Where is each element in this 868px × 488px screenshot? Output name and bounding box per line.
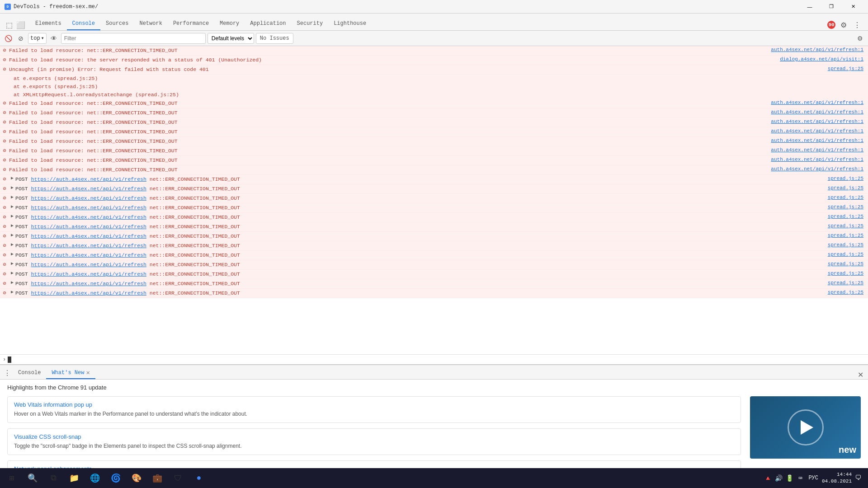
- entry-source[interactable]: spread.js:25: [828, 251, 868, 257]
- settings-button[interactable]: ⚙: [838, 19, 849, 30]
- article-title[interactable]: Web Vitals information pop up: [14, 401, 734, 408]
- entry-text: Failed to load resource: net::ERR_CONNEC…: [9, 156, 771, 164]
- post-url[interactable]: https://auth.a4sex.net/api/v1/refresh: [31, 205, 146, 211]
- post-url[interactable]: https://auth.a4sex.net/api/v1/refresh: [31, 233, 146, 239]
- maximize-button[interactable]: ❐: [821, 0, 842, 14]
- entry-source[interactable]: auth.a4sex.net/api/v1/refresh:1: [771, 128, 868, 134]
- entry-source[interactable]: spread.js:25: [828, 175, 868, 181]
- expand-icon[interactable]: ▶: [9, 194, 15, 200]
- taskbar-app9[interactable]: ●: [189, 468, 209, 488]
- expand-icon[interactable]: ▶: [9, 213, 15, 219]
- command-line[interactable]: ›: [0, 354, 868, 364]
- expand-icon[interactable]: ▶: [9, 204, 15, 209]
- post-url[interactable]: https://auth.a4sex.net/api/v1/refresh: [31, 262, 146, 267]
- eye-button[interactable]: 👁: [48, 33, 59, 44]
- bottom-tab-whats-new-close[interactable]: ✕: [86, 370, 90, 376]
- article-title[interactable]: Visualize CSS scroll-snap: [14, 433, 734, 440]
- entry-source[interactable]: auth.a4sex.net/api/v1/refresh:1: [771, 109, 868, 115]
- entry-source[interactable]: auth.a4sex.net/api/v1/refresh:1: [771, 137, 868, 143]
- video-thumbnail[interactable]: new: [750, 396, 861, 459]
- tab-sources[interactable]: Sources: [100, 18, 134, 30]
- clear-console-button[interactable]: 🚫: [3, 33, 14, 44]
- taskbar-start[interactable]: ⊞: [2, 468, 22, 488]
- taskbar-edge[interactable]: 🌀: [106, 468, 126, 488]
- post-url[interactable]: https://auth.a4sex.net/api/v1/refresh: [31, 281, 146, 286]
- entry-source[interactable]: spread.js:25: [828, 185, 868, 191]
- expand-icon[interactable]: ▶: [9, 261, 15, 266]
- entry-source[interactable]: dialog.a4sex.net/api/visit:1: [780, 56, 868, 62]
- source-link[interactable]: spread.js:25: [57, 84, 95, 89]
- bottom-close-button[interactable]: ✕: [858, 371, 863, 379]
- entry-source[interactable]: spread.js:25: [828, 223, 868, 229]
- tab-lighthouse[interactable]: Lighthouse: [328, 18, 372, 30]
- entry-source[interactable]: spread.js:25: [828, 289, 868, 295]
- entry-source[interactable]: auth.a4sex.net/api/v1/refresh:1: [771, 118, 868, 124]
- entry-source[interactable]: spread.js:25: [828, 204, 868, 210]
- bottom-tab-console[interactable]: Console: [13, 367, 46, 379]
- tab-performance[interactable]: Performance: [168, 18, 214, 30]
- bottom-menu-button[interactable]: ⋮: [2, 367, 13, 379]
- entry-source[interactable]: auth.a4sex.net/api/v1/refresh:1: [771, 147, 868, 153]
- taskbar-app7[interactable]: 💼: [147, 468, 167, 488]
- filter-button[interactable]: ⊘: [15, 33, 26, 44]
- more-options-button[interactable]: ⋮: [852, 19, 863, 30]
- source-link[interactable]: spread.js:25: [57, 75, 95, 81]
- expand-icon[interactable]: ▶: [9, 242, 15, 247]
- video-play-circle: [788, 409, 824, 446]
- post-url[interactable]: https://auth.a4sex.net/api/v1/refresh: [31, 243, 146, 249]
- expand-icon[interactable]: ▶: [9, 232, 15, 238]
- expand-icon[interactable]: ▶: [9, 270, 15, 276]
- entry-source[interactable]: spread.js:25: [828, 270, 868, 276]
- taskbar-paint[interactable]: 🎨: [127, 468, 146, 488]
- entry-source[interactable]: spread.js:25: [828, 232, 868, 238]
- nav-inspect-btn[interactable]: ⬚: [4, 19, 14, 30]
- entry-source[interactable]: spread.js:25: [828, 213, 868, 219]
- bottom-tab-whats-new[interactable]: What's New ✕: [46, 367, 95, 379]
- post-url[interactable]: https://auth.a4sex.net/api/v1/refresh: [31, 214, 146, 220]
- context-selector[interactable]: top ▾: [28, 33, 47, 44]
- entry-source[interactable]: spread.js:25: [828, 66, 868, 71]
- close-button[interactable]: ✕: [843, 0, 863, 14]
- entry-source[interactable]: spread.js:25: [828, 280, 868, 286]
- minimize-button[interactable]: —: [799, 0, 820, 14]
- entry-source[interactable]: auth.a4sex.net/api/v1/refresh:1: [771, 166, 868, 172]
- tray-notification-icon[interactable]: 🗨: [854, 474, 863, 483]
- taskbar-app8[interactable]: 🛡: [168, 468, 188, 488]
- post-url[interactable]: https://auth.a4sex.net/api/v1/refresh: [31, 271, 146, 277]
- taskbar-file-explorer[interactable]: 📁: [64, 468, 84, 488]
- console-settings-button[interactable]: ⚙: [854, 33, 865, 44]
- tab-network[interactable]: Network: [134, 18, 167, 30]
- source-link[interactable]: spread.js:25: [138, 92, 176, 98]
- taskbar-task-view[interactable]: ⧉: [43, 468, 63, 488]
- entry-text: POST https://auth.a4sex.net/api/v1/refre…: [15, 270, 828, 278]
- tab-console[interactable]: Console: [67, 18, 100, 30]
- expand-icon[interactable]: ▶: [9, 185, 15, 190]
- tab-memory[interactable]: Memory: [214, 18, 245, 30]
- tab-elements[interactable]: Elements: [30, 18, 67, 30]
- post-url[interactable]: https://auth.a4sex.net/api/v1/refresh: [31, 176, 146, 182]
- post-url[interactable]: https://auth.a4sex.net/api/v1/refresh: [31, 186, 146, 192]
- entry-source[interactable]: auth.a4sex.net/api/v1/refresh:1: [771, 99, 868, 105]
- entry-source[interactable]: auth.a4sex.net/api/v1/refresh:1: [771, 47, 868, 52]
- no-issues-badge: No Issues: [256, 33, 293, 44]
- taskbar-search[interactable]: 🔍: [23, 468, 42, 488]
- filter-input[interactable]: [61, 33, 206, 44]
- post-url[interactable]: https://auth.a4sex.net/api/v1/refresh: [31, 252, 146, 258]
- tab-security[interactable]: Security: [292, 18, 329, 30]
- tab-application[interactable]: Application: [245, 18, 291, 30]
- expand-icon[interactable]: ▶: [9, 175, 15, 181]
- post-url[interactable]: https://auth.a4sex.net/api/v1/refresh: [31, 195, 146, 201]
- nav-device-btn[interactable]: ⬜: [15, 19, 26, 30]
- taskbar-chrome[interactable]: 🌐: [85, 468, 105, 488]
- entry-source[interactable]: spread.js:25: [828, 261, 868, 267]
- log-levels-select[interactable]: Default levels: [208, 33, 254, 44]
- expand-icon[interactable]: ▶: [9, 223, 15, 228]
- entry-source[interactable]: spread.js:25: [828, 242, 868, 248]
- post-url[interactable]: https://auth.a4sex.net/api/v1/refresh: [31, 290, 146, 296]
- expand-icon[interactable]: ▶: [9, 289, 15, 295]
- expand-icon[interactable]: ▶: [9, 280, 15, 285]
- entry-source[interactable]: auth.a4sex.net/api/v1/refresh:1: [771, 156, 868, 162]
- expand-icon[interactable]: ▶: [9, 251, 15, 257]
- entry-source[interactable]: spread.js:25: [828, 194, 868, 200]
- post-url[interactable]: https://auth.a4sex.net/api/v1/refresh: [31, 224, 146, 230]
